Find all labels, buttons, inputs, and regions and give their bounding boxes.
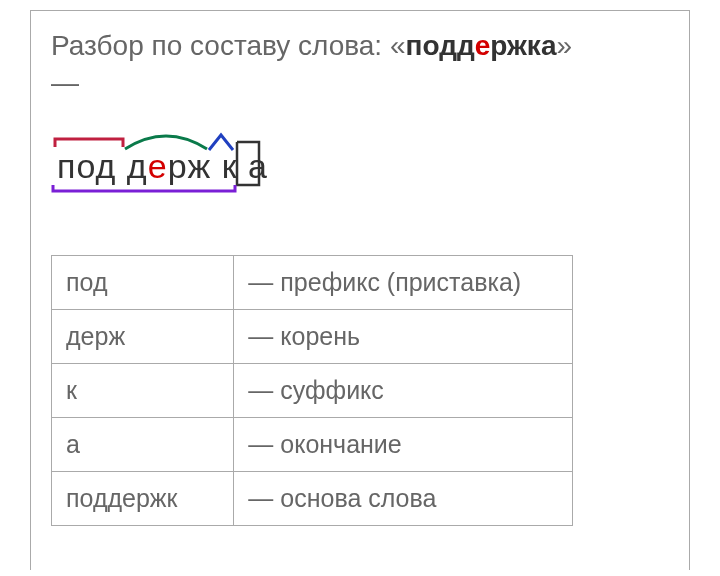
table-row: под — префикс (приставка) xyxy=(52,255,573,309)
morph-cell: к xyxy=(52,363,234,417)
morph-cell: держ xyxy=(52,309,234,363)
morph-root-accent: е xyxy=(148,147,168,185)
morph-cell: а xyxy=(52,417,234,471)
title-prefix: Разбор по составу слова: « xyxy=(51,30,406,61)
table-row: поддержк — основа слова xyxy=(52,471,573,525)
morpheme-diagram: под держ к а xyxy=(51,127,669,207)
morph-ending: а xyxy=(248,147,268,185)
analysis-card: Разбор по составу слова: «поддержка» — п… xyxy=(30,10,690,570)
title-dash: — xyxy=(51,67,669,99)
desc-cell: — корень xyxy=(234,309,573,363)
title-word-part1: подд xyxy=(406,30,475,61)
morph-suffix: к xyxy=(222,147,248,185)
desc-cell: — окончание xyxy=(234,417,573,471)
desc-cell: — суффикс xyxy=(234,363,573,417)
morph-cell: под xyxy=(52,255,234,309)
morph-root-end: рж xyxy=(168,147,222,185)
title-line: Разбор по составу слова: «поддержка» xyxy=(51,27,669,65)
table-row: а — окончание xyxy=(52,417,573,471)
morpheme-table: под — префикс (приставка) держ — корень … xyxy=(51,255,573,526)
morph-cell: поддержк xyxy=(52,471,234,525)
desc-cell: — основа слова xyxy=(234,471,573,525)
morph-root-start: д xyxy=(127,147,148,185)
title-suffix: » xyxy=(556,30,572,61)
table-row: держ — корень xyxy=(52,309,573,363)
title-word-accent: е xyxy=(475,30,491,61)
desc-cell: — префикс (приставка) xyxy=(234,255,573,309)
table-row: к — суффикс xyxy=(52,363,573,417)
title-word-part2: ржка xyxy=(490,30,556,61)
morpheme-word: под держ к а xyxy=(57,147,268,186)
morph-prefix: под xyxy=(57,147,127,185)
